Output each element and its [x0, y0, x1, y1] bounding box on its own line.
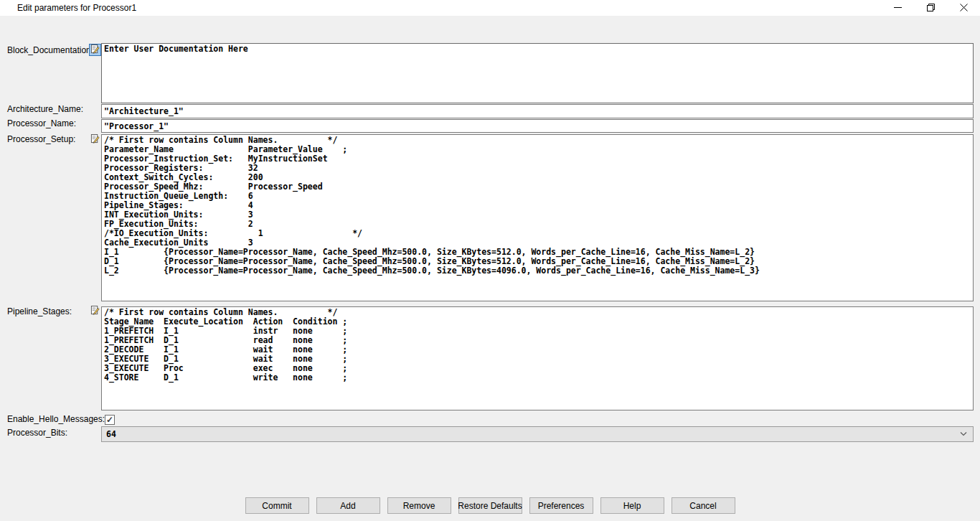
checkmark-icon: ✓ — [106, 416, 113, 424]
chevron-down-icon — [960, 432, 973, 436]
processor-setup-textarea[interactable]: /* First row contains Column Names. */ P… — [101, 134, 974, 301]
block-documentation-label: Block_Documentation: — [7, 45, 93, 55]
restore-icon — [927, 3, 935, 14]
pipeline-stages-textarea[interactable]: /* First row contains Column Names. */ S… — [101, 306, 974, 410]
pipeline-stages-label: Pipeline_Stages: — [7, 306, 72, 316]
processor-bits-label: Processor_Bits: — [7, 428, 67, 438]
edit-icon — [90, 134, 100, 146]
close-icon — [960, 3, 968, 14]
add-button[interactable]: Add — [316, 497, 380, 514]
enable-hello-messages-checkbox[interactable]: ✓ — [105, 415, 115, 425]
block-documentation-textarea[interactable]: Enter User Documentation Here — [101, 43, 974, 103]
cancel-button[interactable]: Cancel — [672, 497, 735, 514]
processor-bits-select[interactable]: 64 — [101, 426, 974, 442]
architecture-name-label: Architecture_Name: — [7, 104, 83, 114]
close-button[interactable] — [947, 0, 980, 16]
help-button[interactable]: Help — [600, 497, 664, 514]
restore-defaults-button[interactable]: Restore Defaults — [458, 497, 522, 514]
minimize-button[interactable] — [881, 0, 914, 16]
architecture-name-input[interactable] — [101, 104, 974, 118]
pipeline-stages-edit-button[interactable] — [89, 305, 101, 317]
preferences-button[interactable]: Preferences — [529, 497, 593, 514]
dialog-button-row: Commit Add Remove Restore Defaults Prefe… — [0, 497, 980, 515]
processor-bits-value: 64 — [102, 430, 116, 439]
processor-setup-edit-button[interactable] — [89, 133, 101, 146]
titlebar: Edit parameters for Processor1 — [0, 0, 980, 16]
minimize-icon — [894, 3, 902, 14]
restore-button[interactable] — [914, 0, 947, 16]
edit-icon — [90, 306, 100, 317]
block-documentation-edit-button[interactable] — [89, 44, 101, 56]
processor-name-label: Processor_Name: — [7, 118, 76, 128]
window-controls — [881, 0, 980, 16]
commit-button[interactable]: Commit — [245, 497, 309, 514]
enable-hello-messages-label: Enable_Hello_Messages: — [7, 414, 105, 424]
remove-button[interactable]: Remove — [387, 497, 451, 514]
edit-icon — [90, 44, 100, 56]
processor-name-input[interactable] — [101, 119, 974, 133]
processor-setup-label: Processor_Setup: — [7, 134, 75, 144]
window-title: Edit parameters for Processor1 — [17, 3, 136, 13]
